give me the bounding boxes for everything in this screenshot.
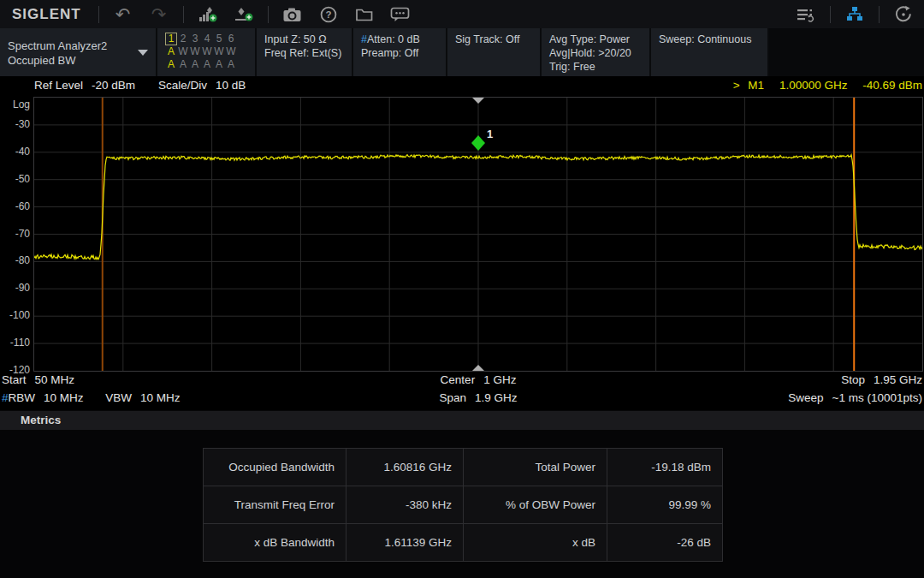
center-freq-control[interactable]: Center1 GHz bbox=[441, 373, 517, 386]
svg-text:1: 1 bbox=[487, 128, 493, 140]
sweep-settings-panel[interactable]: Sweep: Continuous bbox=[651, 28, 767, 76]
metric-label-cell: x dB bbox=[464, 524, 607, 562]
toolbar-separator bbox=[830, 6, 831, 23]
atten-settings-panel[interactable]: #Atten: 0 dB Preamp: Off bbox=[353, 28, 446, 76]
sig-track-panel[interactable]: Sig Track: Off bbox=[447, 28, 540, 76]
trigger: Trig: Free bbox=[549, 60, 642, 74]
scale-div-control[interactable]: Scale/Div10 dB bbox=[158, 79, 246, 92]
spectrum-analyzer-app: SIGLENT ↶ ↷ bbox=[0, 0, 924, 578]
y-axis-label: -40 bbox=[15, 146, 30, 158]
history-button[interactable] bbox=[891, 4, 915, 25]
trace-detector[interactable]: A bbox=[201, 58, 213, 71]
marker-indicator: > bbox=[733, 79, 740, 92]
trace-status-grid: 123456AWWWWWAAAAAA bbox=[165, 33, 237, 71]
display-list-icon bbox=[797, 6, 815, 23]
metrics-table: Occupied Bandwidth1.60816 GHzTotal Power… bbox=[203, 448, 723, 562]
undo-icon: ↶ bbox=[116, 6, 131, 23]
screenshot-button[interactable] bbox=[281, 4, 305, 25]
metric-label-cell: x dB Bandwidth bbox=[204, 524, 346, 562]
y-axis-labels: Log-30-40-50-60-70-80-90-100-110-120 bbox=[0, 97, 32, 372]
metric-value-cell: -26 dB bbox=[607, 524, 723, 562]
ref-level-value: -20 dBm bbox=[92, 79, 135, 92]
peak-search-add-button[interactable] bbox=[196, 4, 220, 25]
trace-number[interactable]: 6 bbox=[225, 33, 237, 45]
toolbar-separator bbox=[98, 6, 99, 23]
trace-type[interactable]: W bbox=[213, 45, 225, 58]
sweep-time-control[interactable]: Sweep~1 ms (10001pts) bbox=[788, 391, 922, 404]
metric-value-cell: -380 kHz bbox=[346, 486, 464, 524]
message-button[interactable] bbox=[388, 4, 412, 25]
marker-to-peak-button[interactable] bbox=[232, 4, 256, 25]
y-axis-label: -110 bbox=[10, 337, 30, 349]
analyzer-name: Spectrum Analyzer2 bbox=[8, 39, 107, 53]
vbw-value: 10 MHz bbox=[140, 391, 181, 404]
y-axis-label: -70 bbox=[15, 228, 30, 240]
spectrum-plot-area[interactable]: 1 bbox=[33, 97, 923, 372]
trace-detector[interactable]: A bbox=[189, 58, 201, 71]
network-button[interactable] bbox=[843, 4, 867, 25]
metrics-area: Occupied Bandwidth1.60816 GHzTotal Power… bbox=[0, 430, 924, 578]
redo-icon: ↷ bbox=[151, 6, 167, 23]
toolbar-separator bbox=[183, 6, 184, 23]
sweep-time-value: ~1 ms (10001pts) bbox=[832, 391, 922, 404]
y-axis-label: -90 bbox=[15, 282, 30, 294]
metric-value-cell: -19.18 dBm bbox=[607, 449, 723, 486]
trace-detector[interactable]: A bbox=[225, 58, 237, 71]
trace-type[interactable]: W bbox=[177, 45, 189, 58]
peak-search-add-icon bbox=[198, 6, 217, 23]
settings-bar: Spectrum Analyzer2 Occupied BW 123456AWW… bbox=[0, 28, 924, 76]
help-icon: ? bbox=[320, 6, 337, 23]
average-settings-panel[interactable]: Avg Type: Power Avg|Hold: >20/20 Trig: F… bbox=[542, 28, 649, 76]
marker-to-peak-icon bbox=[234, 6, 253, 23]
y-axis-label: -80 bbox=[15, 254, 30, 266]
span-control[interactable]: Span1.9 GHz bbox=[439, 391, 517, 404]
svg-text:?: ? bbox=[325, 9, 331, 20]
help-button[interactable]: ? bbox=[317, 4, 341, 25]
trace-number[interactable]: 1 bbox=[165, 33, 177, 45]
trace-status-panel[interactable]: 123456AWWWWWAAAAAA bbox=[157, 28, 255, 76]
trace-number[interactable]: 3 bbox=[189, 33, 201, 45]
trace-detector[interactable]: A bbox=[165, 58, 177, 71]
ref-level-label: Ref Level bbox=[34, 79, 83, 92]
attenuation: #Atten: 0 dB bbox=[361, 33, 438, 46]
scale-div-value: 10 dB bbox=[216, 79, 246, 92]
metrics-row: Transmit Freq Error-380 kHz% of OBW Powe… bbox=[204, 486, 723, 524]
ref-level-control[interactable]: Ref Level-20 dBm bbox=[34, 79, 135, 92]
frequency-annotations: Start50 MHz Center1 GHz Stop1.95 GHz #RB… bbox=[0, 373, 924, 410]
settings-bar-spacer bbox=[769, 28, 924, 76]
start-freq-value: 50 MHz bbox=[35, 373, 75, 386]
trace-detector[interactable]: A bbox=[177, 58, 189, 71]
trace-number[interactable]: 4 bbox=[201, 33, 213, 45]
analyzer-mode-selector[interactable]: Spectrum Analyzer2 Occupied BW bbox=[0, 28, 156, 76]
sweep-mode: Sweep: Continuous bbox=[659, 33, 760, 46]
trace-detector[interactable]: A bbox=[213, 58, 225, 71]
spectrum-svg: 1 bbox=[34, 98, 922, 371]
folder-icon bbox=[355, 6, 374, 23]
file-button[interactable] bbox=[352, 4, 376, 25]
top-toolbar: SIGLENT ↶ ↷ bbox=[0, 0, 924, 28]
trace-type[interactable]: W bbox=[189, 45, 201, 58]
input-settings-panel[interactable]: Input Z: 50 Ω Freq Ref: Ext(S) bbox=[257, 28, 352, 76]
redo-button[interactable]: ↷ bbox=[147, 4, 171, 25]
start-freq-control[interactable]: Start50 MHz bbox=[2, 373, 74, 386]
input-impedance: Input Z: 50 Ω bbox=[264, 33, 344, 46]
trace-number[interactable]: 2 bbox=[177, 33, 189, 45]
rbw-vbw-control[interactable]: #RBW10 MHz VBW10 MHz bbox=[2, 391, 181, 404]
avg-type: Avg Type: Power bbox=[549, 33, 642, 46]
marker-name: M1 bbox=[748, 79, 764, 92]
metrics-table-body: Occupied Bandwidth1.60816 GHzTotal Power… bbox=[204, 449, 723, 562]
stop-freq-control[interactable]: Stop1.95 GHz bbox=[841, 373, 922, 386]
trace-type[interactable]: W bbox=[201, 45, 213, 58]
center-freq-value: 1 GHz bbox=[483, 373, 516, 386]
marker-readout[interactable]: > M1 1.00000 GHz -40.69 dBm bbox=[733, 79, 922, 92]
display-list-button[interactable] bbox=[794, 4, 818, 25]
metric-value-cell: 1.60816 GHz bbox=[346, 449, 464, 486]
metrics-title: Metrics bbox=[21, 414, 61, 426]
avg-hold: Avg|Hold: >20/20 bbox=[549, 46, 642, 60]
trace-type[interactable]: W bbox=[225, 45, 237, 58]
trace-type[interactable]: A bbox=[165, 45, 177, 58]
history-icon bbox=[894, 5, 913, 24]
trace-number[interactable]: 5 bbox=[213, 33, 225, 45]
undo-button[interactable]: ↶ bbox=[111, 4, 135, 25]
camera-icon bbox=[282, 6, 303, 23]
